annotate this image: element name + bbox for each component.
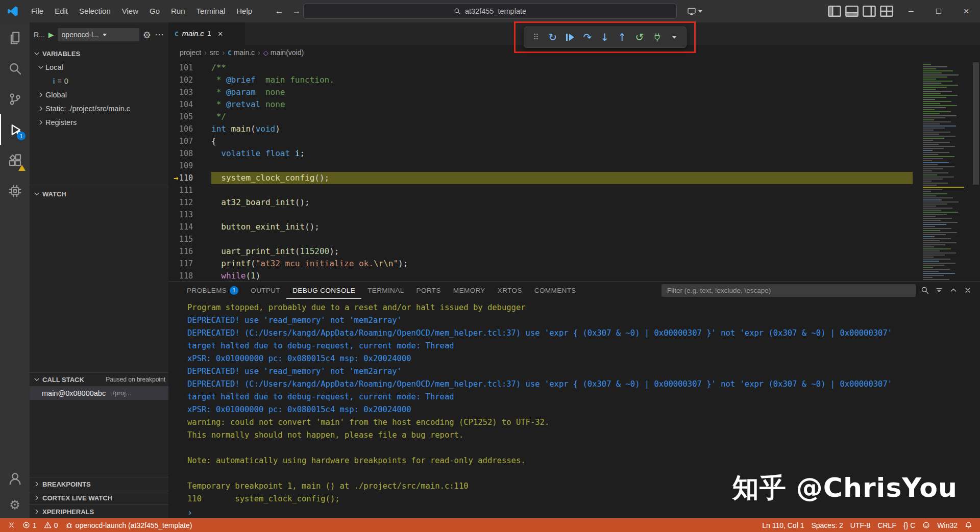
variables-section-header[interactable]: VARIABLES <box>30 47 168 60</box>
panel-tab-problems[interactable]: PROBLEMS1 <box>181 282 244 299</box>
status-item-1[interactable]: 1 <box>19 518 40 532</box>
grip-icon[interactable]: ⠿ <box>527 29 544 45</box>
code-line-113[interactable]: 113 <box>168 209 913 221</box>
code-line-112[interactable]: 112 at32_board_init(); <box>168 196 913 209</box>
activity-search-icon[interactable] <box>0 53 30 84</box>
breadcrumb-item[interactable]: Cmain.c <box>228 48 255 57</box>
breadcrumb-item[interactable]: ◇main(void) <box>263 48 304 57</box>
panel-tab-xrtos[interactable]: XRTOS <box>492 282 528 299</box>
menu-selection[interactable]: Selection <box>74 0 116 22</box>
code-line-106[interactable]: 106int main(void) <box>168 123 913 135</box>
activity-account-icon[interactable] <box>0 465 30 492</box>
watch-section-header[interactable]: WATCH <box>30 187 168 200</box>
gutter-line-118[interactable]: 118 <box>168 270 204 281</box>
code-line-116[interactable]: 116 uart_print_init(115200); <box>168 245 913 258</box>
breadcrumb-item[interactable]: src <box>210 48 219 57</box>
gutter-line-116[interactable]: 116 <box>168 245 204 258</box>
status-item-win32[interactable]: Win32 <box>934 518 961 532</box>
more-actions-icon[interactable]: ⋯ <box>155 29 164 40</box>
gear-icon[interactable]: ⚙ <box>143 30 151 40</box>
gutter-line-117[interactable]: 117 <box>168 258 204 270</box>
gutter-line-115[interactable]: 115 <box>168 233 204 245</box>
code-line-118[interactable]: 118 while(1) <box>168 270 913 281</box>
status-item-feedback-icon[interactable] <box>919 518 934 532</box>
variable-row[interactable]: i=0 <box>30 74 168 88</box>
call-stack-section-header[interactable]: CALL STACK Paused on breakpoint <box>30 372 168 386</box>
editor[interactable]: 101/**102 * @brief main function.103 * @… <box>168 60 980 281</box>
panel-tab-memory[interactable]: MEMORY <box>447 282 492 299</box>
status-item-bell-icon[interactable] <box>961 518 976 532</box>
panel-tab-debug-console[interactable]: DEBUG CONSOLE <box>286 282 361 299</box>
gutter-line-106[interactable]: 106 <box>168 123 204 135</box>
chevron-down-icon[interactable] <box>666 29 683 45</box>
close-icon[interactable]: ✕ <box>217 30 223 38</box>
command-center-search[interactable]: at32f455_template <box>303 4 677 19</box>
code-line-109[interactable]: 109 <box>168 160 913 172</box>
code-line-103[interactable]: 103 * @param none <box>168 86 913 98</box>
code-line-117[interactable]: 117 printf("at32 mcu initialize ok.\r\n"… <box>168 258 913 270</box>
step-into-icon[interactable]: ↓ <box>597 29 614 45</box>
activity-chip-icon[interactable] <box>0 175 30 206</box>
disconnect-icon[interactable] <box>649 29 666 45</box>
monitor-icon[interactable] <box>687 0 702 22</box>
activity-source-control-icon[interactable] <box>0 84 30 114</box>
close-button[interactable]: ✕ <box>952 0 980 22</box>
gutter-line-104[interactable]: 104 <box>168 98 204 111</box>
vscode-logo-icon[interactable] <box>0 6 26 17</box>
menu-run[interactable]: Run <box>165 0 191 22</box>
cortex-live-watch-section-header[interactable]: CORTEX LIVE WATCH <box>30 491 168 504</box>
status-item-crlf[interactable]: CRLF <box>874 518 900 532</box>
gutter-line-110[interactable]: →110 <box>168 172 204 184</box>
forward-button[interactable]: → <box>289 0 304 22</box>
tab-main-c[interactable]: C main.c 1 ✕ <box>168 22 245 45</box>
scope-registers[interactable]: Registers <box>30 115 168 129</box>
restart-icon[interactable]: ↺ <box>631 29 648 45</box>
panel-tab-comments[interactable]: COMMENTS <box>528 282 582 299</box>
gutter-line-102[interactable]: 102 <box>168 74 204 86</box>
minimize-button[interactable]: ─ <box>897 0 925 22</box>
step-over-icon[interactable]: ↷ <box>579 29 596 45</box>
gutter-line-112[interactable]: 112 <box>168 196 204 209</box>
code-line-111[interactable]: 111 <box>168 184 913 196</box>
continue-icon[interactable] <box>562 29 579 45</box>
gutter-line-101[interactable]: 101 <box>168 62 204 74</box>
code-line-101[interactable]: 101/** <box>168 62 913 74</box>
console-filter-input[interactable] <box>662 284 916 297</box>
gutter-line-109[interactable]: 109 <box>168 160 204 172</box>
menu-view[interactable]: View <box>116 0 144 22</box>
step-out-icon[interactable]: ↑ <box>614 29 631 45</box>
reset-icon[interactable]: ↻ <box>545 29 561 45</box>
activity-settings-gear-icon[interactable]: ⚙ <box>0 492 30 518</box>
status-item-ln-110-col-1[interactable]: Ln 110, Col 1 <box>758 518 807 532</box>
scope-local[interactable]: Local <box>30 60 168 74</box>
gutter-line-105[interactable]: 105 <box>168 111 204 123</box>
start-debugging-button[interactable]: ▶ <box>48 31 54 39</box>
scope-static-project-src-main-c[interactable]: Static: ./project/src/main.c <box>30 102 168 115</box>
status-item-openocd-launch-at32f455-[interactable]: openocd-launch (at32f455_template) <box>62 518 196 532</box>
chevron-up-icon[interactable] <box>946 283 961 297</box>
status-item-0[interactable]: 0 <box>40 518 62 532</box>
gutter-line-113[interactable]: 113 <box>168 209 204 221</box>
gutter-line-107[interactable]: 107 <box>168 135 204 147</box>
code-line-114[interactable]: 114 button_exint_init(); <box>168 221 913 233</box>
panel-tab-terminal[interactable]: TERMINAL <box>361 282 410 299</box>
code-line-115[interactable]: 115 <box>168 233 913 245</box>
gutter-line-111[interactable]: 111 <box>168 184 204 196</box>
code-line-105[interactable]: 105 */ <box>168 111 913 123</box>
close-icon[interactable] <box>961 283 975 297</box>
code-line-108[interactable]: 108 volatile float i; <box>168 147 913 160</box>
maximize-button[interactable]: ☐ <box>925 0 952 22</box>
scope-global[interactable]: Global <box>30 88 168 102</box>
status-item-remote-icon[interactable] <box>4 518 19 532</box>
gutter-line-108[interactable]: 108 <box>168 147 204 160</box>
filter-lines-icon[interactable] <box>932 283 946 297</box>
editor-scrollbar[interactable] <box>972 60 980 281</box>
code-line-110[interactable]: →110 system_clock_config(); <box>168 172 913 184</box>
menu-file[interactable]: File <box>26 0 49 22</box>
code-line-107[interactable]: 107{ <box>168 135 913 147</box>
gutter-line-114[interactable]: 114 <box>168 221 204 233</box>
status-item--c[interactable]: {} C <box>900 518 919 532</box>
status-item-utf-8[interactable]: UTF-8 <box>847 518 874 532</box>
panel-tab-ports[interactable]: PORTS <box>410 282 447 299</box>
activity-extensions-icon[interactable] <box>0 145 30 175</box>
